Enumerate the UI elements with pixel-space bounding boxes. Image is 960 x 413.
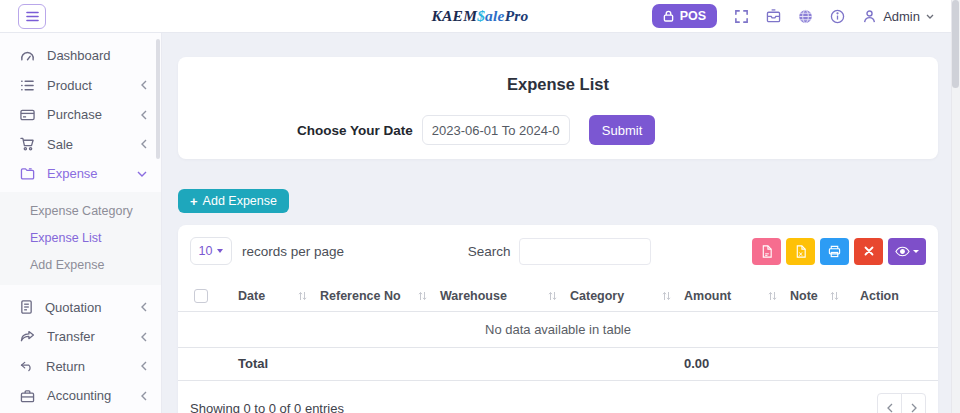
sidebar-item-accounting[interactable]: Accounting: [0, 381, 161, 411]
caret-down-icon: [913, 250, 919, 253]
select-all-checkbox[interactable]: [194, 289, 208, 303]
gauge-icon: [20, 49, 35, 62]
entries-summary: Showing 0 to 0 of 0 entries: [190, 393, 344, 413]
sidebar-item-purchase[interactable]: Purchase: [0, 100, 161, 130]
user-icon: [862, 9, 877, 24]
expense-table: Date Reference No Warehouse Category Amo…: [178, 281, 938, 381]
info-icon[interactable]: [830, 9, 845, 24]
pagination: [877, 393, 926, 413]
add-expense-button[interactable]: + Add Expense: [178, 189, 289, 213]
table-header-row: Date Reference No Warehouse Category Amo…: [178, 281, 938, 311]
page-size-select[interactable]: 10: [190, 237, 232, 265]
empty-message: No data available in table: [178, 311, 938, 347]
chevron-down-icon: [926, 14, 934, 19]
date-range-input[interactable]: [422, 115, 570, 145]
admin-menu[interactable]: Admin: [862, 9, 934, 24]
credit-card-icon: [20, 109, 35, 121]
print-button[interactable]: [820, 238, 849, 265]
sidebar-item-product[interactable]: Product: [0, 71, 161, 101]
main-content: Expense List Choose Your Date Submit + A…: [162, 33, 960, 413]
sidebar-item-transfer[interactable]: Transfer: [0, 322, 161, 352]
column-header-reference-no[interactable]: Reference No: [316, 281, 436, 311]
x-icon: [864, 246, 874, 256]
total-row: Total 0.00: [178, 347, 938, 380]
sidebar-item-dashboard[interactable]: Dashboard: [0, 41, 161, 71]
date-range-label: Choose Your Date: [297, 123, 413, 138]
expense-table-card: 10 records per page Search: [178, 225, 938, 413]
sidebar-item-return[interactable]: Return: [0, 352, 161, 382]
column-header-note[interactable]: Note: [786, 281, 848, 311]
pos-button[interactable]: POS: [652, 4, 717, 28]
sort-icon: [298, 291, 307, 301]
cart-icon: [20, 137, 35, 151]
sidebar-scrollbar[interactable]: [156, 39, 160, 159]
sidebar: Dashboard Product Purchase Sale Expense: [0, 33, 162, 413]
chevron-down-icon: [137, 171, 147, 177]
hamburger-menu-button[interactable]: [18, 4, 46, 29]
records-per-page-label: records per page: [242, 244, 344, 259]
expense-filter-card: Expense List Choose Your Date Submit: [178, 57, 938, 159]
sort-icon: [418, 291, 427, 301]
submenu-item-expense-category[interactable]: Expense Category: [0, 198, 161, 225]
hamburger-icon: [26, 11, 39, 22]
folder-icon: [20, 167, 35, 180]
sidebar-item-expense[interactable]: Expense: [0, 159, 161, 189]
sort-icon: [830, 291, 839, 301]
empty-row: No data available in table: [178, 311, 938, 347]
globe-icon[interactable]: [798, 9, 813, 24]
briefcase-icon: [20, 389, 35, 403]
chevron-left-icon: [141, 80, 147, 90]
eye-icon: [895, 246, 910, 257]
column-visibility-button[interactable]: [888, 238, 926, 265]
pos-label: POS: [680, 9, 706, 23]
submenu-item-add-expense[interactable]: Add Expense: [0, 252, 161, 279]
window-scrollbar[interactable]: [951, 0, 960, 413]
chevron-left-icon: [141, 391, 147, 401]
sort-icon: [662, 291, 671, 301]
top-bar: KAEM$alePro POS: [0, 0, 960, 33]
submenu-item-expense-list[interactable]: Expense List: [0, 225, 161, 252]
column-header-action: Action: [848, 281, 938, 311]
admin-label: Admin: [883, 9, 920, 24]
fullscreen-icon[interactable]: [734, 9, 749, 24]
table-footer: Showing 0 to 0 of 0 entries: [190, 381, 926, 413]
chevron-left-icon: [141, 302, 147, 312]
search-label: Search: [468, 244, 511, 259]
table-toolbar: 10 records per page Search: [190, 237, 926, 265]
search-input[interactable]: [519, 238, 651, 265]
chevron-left-icon: [141, 332, 147, 342]
undo-arrow-icon: [20, 361, 34, 372]
page-title: Expense List: [178, 75, 938, 94]
chevron-left-icon: [141, 110, 147, 120]
sort-icon: [768, 291, 777, 301]
app-window: KAEM$alePro POS: [0, 0, 960, 413]
column-header-date[interactable]: Date: [234, 281, 316, 311]
total-amount: 0.00: [680, 347, 786, 380]
sidebar-item-sale[interactable]: Sale: [0, 130, 161, 160]
cash-drawer-icon[interactable]: [766, 9, 781, 23]
column-header-amount[interactable]: Amount: [680, 281, 786, 311]
export-excel-button[interactable]: [786, 238, 815, 265]
sort-icon: [548, 291, 557, 301]
clear-filter-button[interactable]: [854, 238, 883, 265]
plus-icon: +: [190, 195, 198, 208]
column-header-category[interactable]: Category: [566, 281, 680, 311]
list-icon: [20, 79, 35, 92]
scrollbar-thumb[interactable]: [952, 0, 959, 88]
previous-page-button[interactable]: [877, 393, 902, 413]
expense-submenu: Expense Category Expense List Add Expens…: [0, 192, 161, 285]
next-page-button[interactable]: [901, 393, 926, 413]
submit-button[interactable]: Submit: [589, 115, 655, 145]
lock-icon: [663, 10, 674, 22]
chevron-left-icon: [141, 361, 147, 371]
excel-file-icon: [795, 245, 807, 258]
sidebar-item-quotation[interactable]: Quotation: [0, 293, 161, 323]
column-header-warehouse[interactable]: Warehouse: [436, 281, 566, 311]
share-arrow-icon: [20, 330, 35, 343]
printer-icon: [828, 245, 841, 258]
total-label: Total: [234, 347, 316, 380]
export-pdf-button[interactable]: [752, 238, 781, 265]
chevron-left-icon: [141, 139, 147, 149]
document-icon: [20, 300, 33, 314]
export-buttons: [747, 238, 926, 265]
